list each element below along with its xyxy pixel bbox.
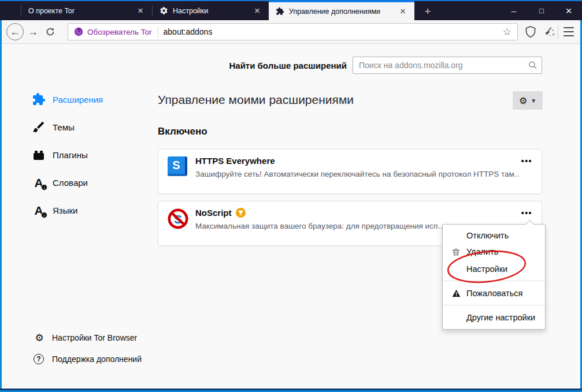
- sidebar-item-label: Языки: [53, 206, 77, 215]
- gear-icon: ⚙: [34, 332, 45, 344]
- tab-addons-manager-active[interactable]: Управление дополнениями ×: [269, 1, 414, 20]
- tab-close-icon[interactable]: ×: [251, 5, 263, 17]
- menu-item-label: Пожаловаться: [466, 289, 522, 298]
- warning-icon: [451, 289, 461, 297]
- svg-text:+: +: [549, 33, 551, 37]
- minimize-button[interactable]: –: [502, 1, 526, 20]
- help-question-icon: ?: [34, 354, 45, 364]
- https-everywhere-icon: S: [168, 156, 188, 177]
- menu-item-disable[interactable]: Отключить: [443, 227, 545, 244]
- bookmark-star-icon[interactable]: ☆: [497, 26, 517, 38]
- sidebar-footer-label: Настройки Tor Browser: [52, 333, 137, 342]
- tab-label: Управление дополнениями: [289, 8, 394, 16]
- section-enabled-heading: Включено: [158, 126, 207, 137]
- new-tab-button[interactable]: +: [420, 5, 435, 18]
- addons-search-box[interactable]: [353, 57, 542, 74]
- find-more-addons-label: Найти больше расширений: [229, 61, 347, 70]
- sidebar-item-addons-support[interactable]: ? Поддержка дополнений: [34, 352, 142, 367]
- menu-item-label: Настройки: [466, 264, 507, 274]
- gear-icon: [160, 6, 168, 15]
- url-text[interactable]: about:addons: [164, 27, 497, 36]
- menu-item-preferences[interactable]: Настройки: [443, 260, 545, 278]
- tab-label: Настройки: [173, 7, 248, 15]
- tab-close-icon[interactable]: ×: [135, 5, 146, 17]
- sidebar-item-label: Темы: [53, 122, 75, 132]
- window-close-button[interactable]: ×: [557, 1, 581, 20]
- dictionary-icon: A↓: [32, 176, 46, 189]
- url-separator: [158, 27, 158, 37]
- addon-card-https-everywhere[interactable]: S HTTPS Everywhere Зашифруйте сеть! Авто…: [158, 149, 542, 194]
- addon-description: Зашифруйте сеть! Автоматически переключа…: [195, 170, 519, 178]
- svg-text:+: +: [552, 32, 555, 38]
- chevron-down-icon: ▼: [531, 98, 536, 104]
- back-button[interactable]: ←: [6, 23, 24, 40]
- menu-item-report[interactable]: Пожаловаться: [443, 284, 545, 302]
- gear-icon: ⚙: [519, 95, 527, 106]
- site-identity[interactable]: Обозреватель Tor: [68, 24, 158, 40]
- reload-icon[interactable]: [42, 23, 58, 40]
- menu-item-label: Другие настройки: [466, 313, 535, 322]
- addons-search-input[interactable]: [353, 57, 542, 74]
- addon-name[interactable]: HTTPS Everywhere: [195, 156, 275, 166]
- page-title: Управление моими расширениями: [158, 93, 354, 107]
- trash-icon: [451, 248, 461, 256]
- sidebar-item-extensions[interactable]: Расширения: [32, 91, 103, 108]
- toolbar-separator: [558, 25, 558, 39]
- addons-manager-page: Найти больше расширений Расширения Темы: [2, 44, 580, 389]
- window-bottom-border: [0, 389, 582, 392]
- navigation-toolbar: ← → Обозреватель Tor about:addons ☆: [2, 20, 580, 44]
- security-shield-icon[interactable]: [524, 25, 539, 40]
- language-icon: A↓: [32, 203, 46, 217]
- menu-separator: [443, 305, 545, 305]
- tab-about-tor[interactable]: О проекте Tor ×: [21, 1, 152, 20]
- puzzle-icon: [276, 7, 284, 16]
- sidebar-item-label: Словари: [53, 178, 88, 188]
- search-icon: [528, 61, 537, 70]
- new-identity-broom-icon[interactable]: + + +: [543, 25, 558, 40]
- forward-button[interactable]: →: [25, 23, 41, 40]
- sidebar-item-plugins[interactable]: Плагины: [32, 146, 88, 163]
- sidebar-item-languages[interactable]: A↓ Языки: [32, 201, 77, 219]
- plugin-brick-icon: [32, 148, 46, 162]
- sidebar-item-label: Плагины: [53, 150, 88, 160]
- more-options-icon[interactable]: •••: [521, 156, 532, 166]
- menu-item-label: Отключить: [466, 231, 509, 240]
- sidebar-item-label: Расширения: [53, 95, 103, 104]
- menu-item-remove[interactable]: Удалить: [443, 244, 545, 260]
- addon-name[interactable]: NoScript: [195, 208, 232, 218]
- sidebar-footer-label: Поддержка дополнений: [52, 354, 142, 364]
- browser-window: О проекте Tor × Настройки × Управление д…: [0, 0, 582, 392]
- tab-close-icon[interactable]: ×: [397, 6, 409, 17]
- identity-label: Обозреватель Tor: [87, 28, 152, 36]
- menu-item-label: Удалить: [466, 247, 498, 256]
- puzzle-icon: [32, 92, 46, 106]
- hamburger-menu-icon[interactable]: [564, 27, 574, 36]
- menu-item-more-settings[interactable]: Другие настройки: [443, 308, 545, 326]
- menu-separator: [443, 281, 545, 281]
- tab-label: О проекте Tor: [28, 7, 131, 15]
- url-bar[interactable]: Обозреватель Tor about:addons ☆: [68, 23, 518, 40]
- addon-context-menu: Отключить Удалить Настройки: [442, 224, 546, 330]
- sidebar-item-themes[interactable]: Темы: [32, 118, 75, 136]
- titlebar: О проекте Tor × Настройки × Управление д…: [0, 0, 582, 20]
- sidebar-item-tor-settings[interactable]: ⚙ Настройки Tor Browser: [34, 330, 137, 345]
- maximize-button[interactable]: □: [529, 1, 554, 20]
- noscript-icon: S: [168, 208, 188, 229]
- more-options-icon[interactable]: •••: [521, 208, 532, 218]
- tab-settings[interactable]: Настройки ×: [153, 1, 269, 20]
- paintbrush-icon: [32, 120, 46, 134]
- recommended-trophy-icon: [236, 208, 246, 218]
- tools-for-all-addons-button[interactable]: ⚙ ▼: [513, 91, 543, 110]
- sidebar-item-dictionaries[interactable]: A↓ Словари: [32, 174, 88, 191]
- tor-onion-icon: [74, 27, 83, 36]
